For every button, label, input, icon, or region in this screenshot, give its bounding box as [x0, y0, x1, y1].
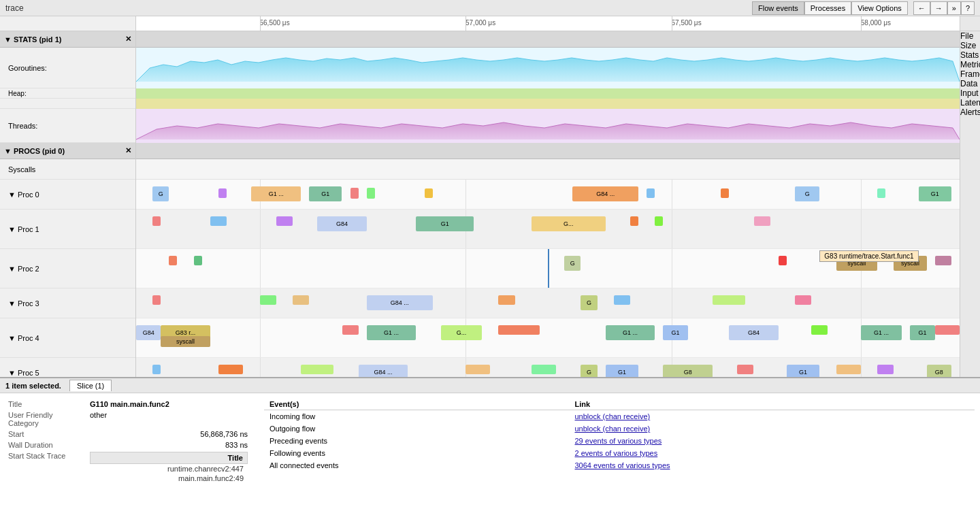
nav-prev[interactable]: ← — [913, 1, 930, 15]
left-labels: ▼ STATS (pid 1) ✕ Goroutines: Heap: Thre… — [0, 31, 136, 377]
proc2-vline — [548, 249, 549, 288]
threads-chart[interactable] — [136, 109, 960, 143]
proc3-mini7 — [795, 295, 811, 305]
proc4-bar-g1a[interactable]: G1 ... — [367, 325, 416, 340]
tick-4: 58,000 μs — [861, 19, 891, 27]
goroutines-chart[interactable] — [136, 48, 960, 88]
top-bar: trace Flow events Processes View Options… — [0, 0, 980, 16]
proc2-label: ▼ Proc 2 — [0, 249, 135, 288]
proc5-mini1 — [152, 365, 161, 374]
link-cell[interactable]: 2 events of various types — [570, 447, 975, 459]
proc5-mini7 — [836, 365, 861, 374]
threads-svg — [136, 109, 960, 143]
right-sidebar-panel: File Size Stats Metrics Frame Data Input… — [960, 31, 980, 377]
view-options-button[interactable]: View Options — [851, 1, 908, 15]
proc0-bar-g84[interactable]: G84 ... — [572, 186, 638, 201]
proc5-mini8 — [877, 365, 894, 374]
event-row: Preceding events29 events of various typ… — [264, 435, 975, 447]
proc2-chart[interactable]: G G83 runtime/trace.Start.func1 syscall … — [136, 249, 960, 288]
syscalls-chart[interactable] — [136, 159, 960, 180]
event-link[interactable]: 2 events of various types — [575, 449, 658, 457]
proc5-bar-g1b[interactable]: G1 — [787, 365, 819, 377]
nav-end[interactable]: » — [947, 1, 961, 15]
proc5-bar-g[interactable]: G — [581, 365, 597, 377]
event-cell: Outgoing flow — [264, 423, 570, 435]
proc1-bar-g84[interactable]: G84 — [317, 216, 367, 231]
proc0-chart[interactable]: G G1 ... G1 G84 ... G G1 — [136, 180, 960, 210]
proc5-chart[interactable]: G84 ... G G1 G8 G1 G8 — [136, 358, 960, 377]
heap-label2 — [0, 99, 135, 109]
event-cell: Incoming flow — [264, 410, 570, 423]
proc4-bar-g84[interactable]: G84 — [136, 325, 161, 340]
toolbar-buttons: Flow events Processes View Options — [752, 1, 908, 15]
sidebar-input-latency: Input Latency — [960, 88, 980, 107]
proc4-chart[interactable]: G84 G83 r... syscall G1 ... G... G1 ... … — [136, 318, 960, 358]
stats-close-btn[interactable]: ✕ — [125, 35, 131, 44]
link-cell[interactable]: unblock (chan receive) — [570, 423, 975, 435]
proc4-label: ▼ Proc 4 — [0, 318, 135, 358]
proc5-bar-g84[interactable]: G84 ... — [359, 365, 408, 377]
proc5-mini6 — [737, 365, 753, 374]
proc2-mini2 — [169, 256, 177, 265]
proc0-bar-g[interactable]: G — [152, 186, 169, 201]
proc1-label: ▼ Proc 1 — [0, 210, 135, 249]
proc1-chart[interactable]: G84 G1 G... — [136, 210, 960, 249]
slice-tab[interactable]: Slice (1) — [69, 380, 112, 391]
procs-close-btn[interactable]: ✕ — [125, 146, 131, 155]
proc4-bar-g1b[interactable]: G1 ... — [606, 325, 655, 340]
category-value: other — [87, 410, 250, 429]
event-cell: All connected events — [264, 459, 570, 471]
sidebar-alerts: Alerts — [960, 107, 980, 117]
proc3-bar-g[interactable]: G — [581, 295, 597, 310]
chart-stats-header — [136, 31, 960, 48]
proc4-mini4 — [935, 325, 960, 335]
proc4-bar-g84b[interactable]: G84 — [729, 325, 779, 340]
proc1-bar-g1[interactable]: G1 — [416, 216, 474, 231]
proc2-syscall2[interactable]: syscall — [894, 256, 926, 271]
proc4-syscall[interactable]: syscall — [161, 336, 210, 347]
link-cell[interactable]: 3064 events of various types — [570, 459, 975, 471]
proc2-bar-g[interactable]: G — [564, 256, 581, 271]
proc2-syscall1[interactable]: syscall — [836, 256, 878, 271]
proc3-chart[interactable]: G84 ... G — [136, 288, 960, 318]
proc5-bar-g1[interactable]: G1 — [606, 365, 638, 377]
proc5-bar-g8b[interactable]: G8 — [927, 365, 951, 377]
proc0-bar-g1c[interactable]: G1 — [919, 186, 951, 201]
proc4-bar-g[interactable]: G... — [441, 325, 483, 340]
title-value: G110 main.main.func2 — [87, 399, 250, 410]
proc4-bar-g1d[interactable]: G1 ... — [861, 325, 902, 340]
event-link[interactable]: 29 events of various types — [575, 437, 662, 445]
event-link[interactable]: 3064 events of various types — [575, 461, 670, 469]
proc4-bar-g1e[interactable]: G1 — [910, 325, 934, 340]
goroutines-svg — [136, 48, 960, 88]
events-header: Event(s) — [264, 399, 570, 410]
center-content[interactable]: G G1 ... G1 G84 ... G G1 — [136, 31, 960, 377]
link-cell[interactable]: 29 events of various types — [570, 435, 975, 447]
start-value: 56,868,736 ns — [87, 429, 250, 440]
flow-events-button[interactable]: Flow events — [752, 1, 804, 15]
proc5-bar-g8a[interactable]: G8 — [663, 365, 713, 377]
proc0-mini5 — [647, 188, 655, 198]
proc0-bar-g1a[interactable]: G1 ... — [251, 186, 301, 201]
proc0-bar-g2[interactable]: G — [795, 186, 819, 201]
nav-help[interactable]: ? — [961, 1, 975, 15]
stack-header: Title — [90, 452, 248, 464]
proc0-mini2 — [367, 188, 375, 199]
proc0-bar-g1b[interactable]: G1 — [309, 186, 342, 201]
proc3-mini3 — [293, 295, 309, 305]
nav-next[interactable]: → — [930, 1, 947, 15]
sidebar-metrics: Metrics — [960, 60, 980, 69]
proc2-mini1 — [935, 256, 951, 265]
processes-button[interactable]: Processes — [804, 1, 851, 15]
event-link[interactable]: unblock (chan receive) — [575, 425, 651, 433]
proc4-mini1 — [342, 325, 359, 335]
proc1-bar-g[interactable]: G... — [532, 216, 606, 231]
proc4-bar-g1c[interactable]: G1 — [663, 325, 687, 340]
proc3-bar-g84[interactable]: G84 ... — [367, 295, 433, 310]
event-row: Following events2 events of various type… — [264, 447, 975, 459]
event-row: Incoming flowunblock (chan receive) — [264, 410, 975, 423]
event-link[interactable]: unblock (chan receive) — [575, 412, 651, 420]
category-label: User FriendlyCategory — [5, 410, 87, 429]
tick-2: 57,000 μs — [466, 19, 495, 27]
link-cell[interactable]: unblock (chan receive) — [570, 410, 975, 423]
